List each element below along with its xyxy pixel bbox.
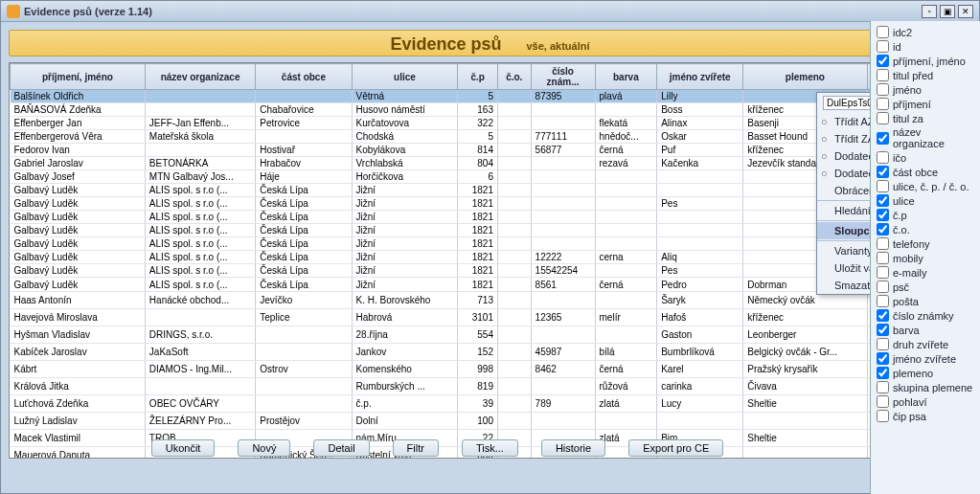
column-label: ulice <box>893 195 915 207</box>
column-toggle[interactable]: druh zvířete <box>875 337 976 351</box>
column-checkbox[interactable] <box>877 367 889 379</box>
col-header[interactable]: plemeno <box>743 64 867 90</box>
col-header[interactable]: číslo znám... <box>531 64 595 90</box>
titlebar: Evidence psů (verze 1.14) ▫ ▣ ✕ <box>1 1 979 22</box>
column-label: příjmení <box>893 99 931 110</box>
column-toggle[interactable]: mobily <box>875 251 976 265</box>
column-checkbox[interactable] <box>877 40 889 53</box>
column-toggle[interactable]: pohlaví <box>875 394 976 409</box>
column-label: skupina plemene <box>893 382 972 393</box>
new-button[interactable]: Nový <box>238 439 290 457</box>
column-label: název organizace <box>893 126 974 149</box>
column-checkbox[interactable] <box>877 180 889 192</box>
column-checkbox[interactable] <box>877 55 889 67</box>
column-toggle[interactable]: titul za <box>875 111 976 125</box>
column-toggle[interactable]: č.o. <box>875 222 976 236</box>
win-max-icon[interactable]: ▣ <box>940 5 955 18</box>
column-toggle[interactable]: psč <box>875 280 976 294</box>
col-header[interactable]: část obce <box>256 64 352 90</box>
column-checkbox[interactable] <box>877 83 889 96</box>
column-toggle[interactable]: e-maily <box>875 265 976 280</box>
column-checkbox[interactable] <box>877 223 889 236</box>
column-checkbox[interactable] <box>877 295 889 307</box>
column-toggle[interactable]: titul před <box>875 68 976 82</box>
win-min-icon[interactable]: ▫ <box>922 5 937 18</box>
column-checkbox[interactable] <box>877 266 889 279</box>
column-label: mobily <box>893 253 923 264</box>
column-checkbox[interactable] <box>877 166 889 178</box>
table-row[interactable]: Králová JitkaRumburských ...819růžovácar… <box>11 378 970 395</box>
col-header[interactable]: jméno zvířete <box>657 64 743 90</box>
close-button[interactable]: Ukončit <box>151 439 216 457</box>
col-header[interactable]: č.p <box>458 64 498 90</box>
column-toggle[interactable]: číslo známky <box>875 308 976 323</box>
col-header[interactable]: ulice <box>352 64 458 90</box>
column-checkbox[interactable] <box>877 98 889 110</box>
column-toggle[interactable]: jméno <box>875 82 976 97</box>
column-checkbox[interactable] <box>877 194 889 207</box>
history-button[interactable]: Historie <box>541 439 605 457</box>
column-toggle[interactable]: telefony <box>875 236 976 251</box>
table-row[interactable]: KábrtDIAMOS - Ing.Mil...OstrovKomenského… <box>11 361 970 378</box>
column-label: ičo <box>893 152 906 164</box>
table-row[interactable]: Luťchová ZdeňkaOBEC OVČÁRYč.p.39789zlatá… <box>11 395 970 413</box>
export-button[interactable]: Export pro CE <box>628 439 723 457</box>
column-toggle[interactable]: id <box>875 39 976 54</box>
table-row[interactable]: Hyšman VladislavDRINGS, s.r.o.28.října55… <box>11 326 970 344</box>
column-label: idc2 <box>893 27 912 38</box>
column-checkbox[interactable] <box>877 410 889 422</box>
col-header[interactable]: č.o. <box>497 64 531 90</box>
column-toggle[interactable]: ulice, č. p. / č. o. <box>875 179 976 193</box>
column-checkbox[interactable] <box>877 338 889 350</box>
column-checkbox[interactable] <box>877 26 889 38</box>
table-row[interactable]: Lužný LadislavŽELEZÁRNY Pro...ProstějovD… <box>11 413 970 430</box>
column-toggle[interactable]: příjmení <box>875 97 976 111</box>
banner-title: Evidence psů <box>390 34 501 55</box>
column-checkbox[interactable] <box>877 209 889 221</box>
column-toggle[interactable]: pošta <box>875 294 976 308</box>
column-label: příjmení, jméno <box>893 56 966 67</box>
column-checkbox[interactable] <box>877 281 889 293</box>
col-header[interactable]: příjmení, jméno <box>11 64 146 90</box>
column-label: psč <box>893 281 909 293</box>
column-toggle[interactable]: čip psa <box>875 409 976 423</box>
column-toggle[interactable]: ičo <box>875 150 976 165</box>
column-toggle[interactable]: č.p <box>875 208 976 222</box>
column-toggle[interactable]: název organizace <box>875 125 976 150</box>
detail-button[interactable]: Detail <box>313 439 369 457</box>
col-header[interactable]: název organizace <box>145 64 255 90</box>
column-toggle[interactable]: skupina plemene <box>875 380 976 394</box>
win-close-icon[interactable]: ✕ <box>958 5 973 18</box>
column-label: č.p <box>893 210 907 221</box>
column-checkbox[interactable] <box>877 69 889 81</box>
column-toggle[interactable]: část obce <box>875 165 976 179</box>
column-label: plemeno <box>893 368 933 379</box>
filter-button[interactable]: Filtr <box>393 439 439 457</box>
column-checkbox[interactable] <box>877 252 889 264</box>
col-header[interactable]: barva <box>595 64 657 90</box>
column-checkbox[interactable] <box>877 237 889 250</box>
column-label: telefony <box>893 238 930 250</box>
column-checkbox[interactable] <box>877 352 889 365</box>
banner: Evidence psů vše, aktuální <box>9 30 971 56</box>
column-toggle[interactable]: plemeno <box>875 366 976 380</box>
column-checkbox[interactable] <box>877 132 889 145</box>
column-checkbox[interactable] <box>877 381 889 393</box>
column-label: jméno zvířete <box>893 353 956 365</box>
column-toggle[interactable]: ulice <box>875 193 976 208</box>
column-toggle[interactable]: idc2 <box>875 25 976 39</box>
column-checkbox[interactable] <box>877 324 889 336</box>
column-toggle[interactable]: jméno zvířete <box>875 351 976 366</box>
columns-panel[interactable]: idc2idpříjmení, jménotitul předjménopříj… <box>870 21 980 494</box>
column-checkbox[interactable] <box>877 112 889 124</box>
column-toggle[interactable]: příjmení, jméno <box>875 54 976 68</box>
column-checkbox[interactable] <box>877 309 889 322</box>
column-toggle[interactable]: barva <box>875 323 976 337</box>
column-checkbox[interactable] <box>877 395 889 408</box>
table-row[interactable]: Kabíček JaroslavJaKaSoftJankov15245987bí… <box>11 344 970 361</box>
table-row[interactable]: Havejová MiroslavaTepliceHabrová31011236… <box>11 309 970 326</box>
bottom-toolbar: Ukončit Nový Detail Filtr Tisk... Histor… <box>11 436 864 460</box>
column-label: id <box>893 41 901 53</box>
print-button[interactable]: Tisk... <box>462 439 518 457</box>
column-checkbox[interactable] <box>877 151 889 164</box>
